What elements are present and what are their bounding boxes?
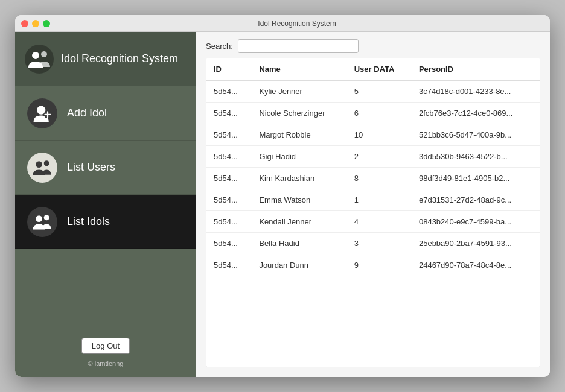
table-row: 5d54... Kendall Jenner 4 0843b240-e9c7-4… [206,211,540,233]
search-bar: Search: [196,32,550,58]
table-header-row: ID Name User DATA PersonID [206,58,540,80]
sidebar-header: Idol Recognition System [15,32,196,86]
cell-id: 5d54... [206,168,252,189]
sidebar-title: Idol Recognition System [61,52,178,66]
app-logo-icon [25,45,54,74]
nav-item-list-users[interactable]: List Users [15,141,196,195]
cell-personid: e7d31531-27d2-48ad-9c... [412,189,540,211]
nav-item-add-idol[interactable]: Add Idol [15,86,196,141]
sidebar: Idol Recognition System Add Idol [15,32,196,377]
nav-item-list-idols[interactable]: List Idols [15,195,196,249]
cell-id: 5d54... [206,254,252,276]
cell-id: 5d54... [206,211,252,233]
cell-userdata: 8 [347,168,412,189]
nav-list-users-label: List Users [67,161,115,174]
app-window: Idol Recognition System Idol Recognition… [15,15,550,377]
cell-id: 5d54... [206,233,252,254]
svg-point-9 [36,215,42,222]
cell-userdata: 1 [347,189,412,211]
minimize-button[interactable] [32,20,39,27]
svg-point-1 [32,52,39,59]
svg-point-8 [44,160,49,166]
svg-point-7 [36,161,42,168]
cell-userdata: 4 [347,211,412,233]
svg-point-0 [25,45,54,74]
cell-userdata: 10 [347,124,412,146]
table-row: 5d54... Margot Robbie 10 521bb3c6-5d47-4… [206,124,540,146]
table-row: 5d54... Kim Kardashian 8 98df3d49-81e1-4… [206,168,540,189]
cell-personid: 3dd5530b-9463-4522-b... [412,146,540,168]
traffic-lights [21,20,50,27]
cell-personid: 3c74d18c-d001-4233-8e... [412,80,540,103]
cell-name: Margot Robbie [252,124,346,146]
copyright-text: © iamtienng [88,360,124,367]
titlebar: Idol Recognition System [15,15,550,32]
cell-name: Kim Kardashian [252,168,346,189]
app-body: Idol Recognition System Add Idol [15,32,550,377]
window-title: Idol Recognition System [50,19,544,28]
table-row: 5d54... Bella Hadid 3 25ebba90-2ba7-4591… [206,233,540,254]
table-container: ID Name User DATA PersonID 5d54... Kylie… [206,58,540,367]
search-input[interactable] [238,39,359,53]
main-content: Search: ID Name User DATA PersonID [196,32,550,377]
list-users-icon-container [27,153,57,183]
cell-userdata: 9 [347,254,412,276]
close-button[interactable] [21,20,28,27]
col-header-name: Name [252,58,346,80]
cell-personid: 24467d90-78a7-48c4-8e... [412,254,540,276]
cell-userdata: 3 [347,233,412,254]
cell-name: Bella Hadid [252,233,346,254]
nav-list-idols-label: List Idols [67,215,110,228]
list-idols-icon-container [27,207,57,237]
table-row: 5d54... Jourdan Dunn 9 24467d90-78a7-48c… [206,254,540,276]
col-header-userdata: User DATA [347,58,412,80]
cell-name: Jourdan Dunn [252,254,346,276]
cell-name: Emma Watson [252,189,346,211]
table-row: 5d54... Gigi Hadid 2 3dd5530b-9463-4522-… [206,146,540,168]
cell-name: Gigi Hadid [252,146,346,168]
maximize-button[interactable] [43,20,50,27]
table-row: 5d54... Kylie Jenner 5 3c74d18c-d001-423… [206,80,540,103]
svg-point-10 [44,215,49,220]
svg-point-2 [41,51,47,57]
cell-id: 5d54... [206,103,252,124]
cell-userdata: 5 [347,80,412,103]
col-header-personid: PersonID [412,58,540,80]
cell-userdata: 2 [347,146,412,168]
search-label: Search: [206,42,233,51]
cell-id: 5d54... [206,189,252,211]
cell-personid: 521bb3c6-5d47-400a-9b... [412,124,540,146]
cell-name: Kendall Jenner [252,211,346,233]
cell-personid: 25ebba90-2ba7-4591-93... [412,233,540,254]
cell-personid: 98df3d49-81e1-4905-b2... [412,168,540,189]
cell-personid: 0843b240-e9c7-4599-ba... [412,211,540,233]
cell-personid: 2fcb76e3-7c12-4ce0-869... [412,103,540,124]
idols-table: ID Name User DATA PersonID 5d54... Kylie… [206,58,540,276]
add-idol-icon-container [27,98,57,128]
table-row: 5d54... Nicole Scherzinger 6 2fcb76e3-7c… [206,103,540,124]
cell-id: 5d54... [206,146,252,168]
cell-id: 5d54... [206,80,252,103]
sidebar-nav: Add Idol List Users [15,86,196,328]
cell-name: Nicole Scherzinger [252,103,346,124]
col-header-id: ID [206,58,252,80]
table-row: 5d54... Emma Watson 1 e7d31531-27d2-48ad… [206,189,540,211]
cell-id: 5d54... [206,124,252,146]
logout-button[interactable]: Log Out [81,338,130,354]
sidebar-footer: Log Out © iamtienng [15,328,196,377]
cell-name: Kylie Jenner [252,80,346,103]
cell-userdata: 6 [347,103,412,124]
nav-add-idol-label: Add Idol [67,107,107,119]
